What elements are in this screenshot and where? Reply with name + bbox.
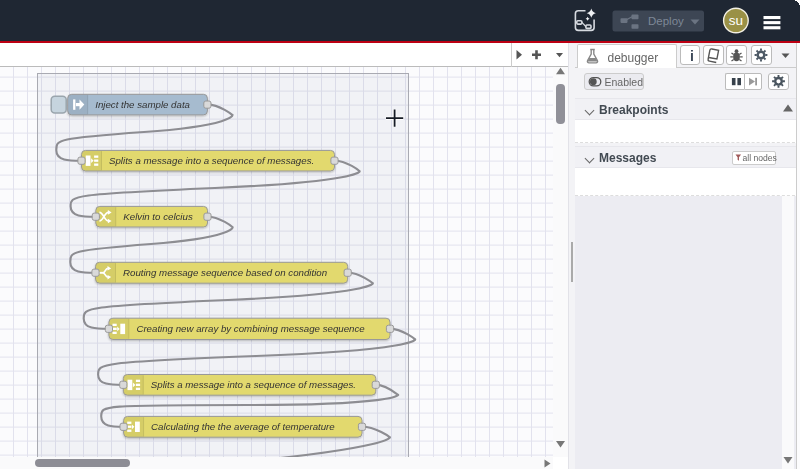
svg-text:Deploy: Deploy (648, 15, 684, 27)
svg-text:Creating new array by combinin: Creating new array by combining message … (136, 323, 365, 334)
svg-text:Inject the sample data: Inject the sample data (95, 99, 190, 110)
svg-text:Routing message sequence based: Routing message sequence based on condit… (123, 267, 327, 278)
svg-text:Splits a message into a sequen: Splits a message into a sequence of mess… (109, 155, 314, 166)
svg-text:Calculating the the average of: Calculating the the average of temperatu… (151, 421, 335, 432)
svg-text:all nodes: all nodes (743, 153, 777, 163)
svg-text:Splits a message into a sequen: Splits a message into a sequence of mess… (151, 379, 356, 390)
svg-text:Kelvin to celcius: Kelvin to celcius (123, 211, 193, 222)
svg-text:su: su (729, 13, 743, 28)
svg-text:i: i (690, 48, 694, 64)
